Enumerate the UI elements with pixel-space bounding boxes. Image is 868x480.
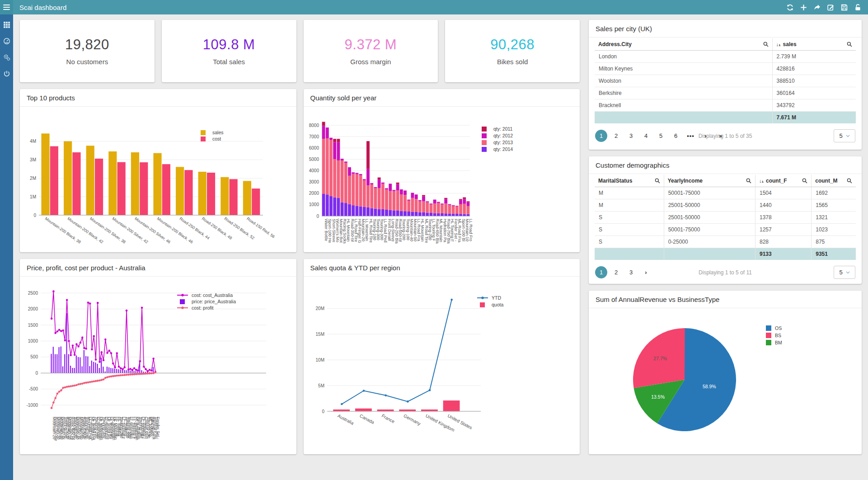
svg-text:Mountain-200 Black, 42: Mountain-200 Black, 42 [66,216,104,244]
panel-quantity-per-year: Quantity sold per year 01000200030004000… [304,89,580,252]
svg-text:qty: 2013: qty: 2013 [493,140,513,145]
app-title: Scai dashboard [19,4,66,11]
table-row[interactable]: London2.739 M [595,51,856,63]
table-row[interactable]: S25001-5000013781321 [595,212,856,224]
column-header[interactable]: ↓₁sales [772,38,856,51]
edit-icon[interactable] [827,4,835,11]
share-icon[interactable] [813,4,821,11]
svg-text:0: 0 [33,213,36,218]
kpi-card: 90,268Bikes sold [445,20,580,82]
column-header[interactable]: count_M [812,175,856,187]
menu-toggle-button[interactable] [0,0,13,14]
svg-text:4000: 4000 [309,168,319,173]
add-icon[interactable] [800,4,807,11]
grid-icon [3,21,10,28]
svg-text:BM: BM [775,340,782,345]
column-header-label: count_M [815,178,837,184]
svg-text:quota: quota [492,302,503,307]
page-button-3[interactable]: 3 [625,266,637,278]
pages-ellipsis[interactable]: ••• [685,130,697,142]
page-button-1[interactable]: 1 [595,266,607,278]
svg-text:4M: 4M [30,139,36,144]
column-header[interactable]: Address.City [595,38,772,51]
column-header[interactable]: MaritalStatus [595,175,664,187]
column-header[interactable]: YearlyIncome [664,175,755,187]
kpi-value: 90,268 [490,37,535,53]
table-row[interactable]: S50001-7500012571023 [595,224,856,236]
sidebar-item-power[interactable] [3,70,10,77]
page-button-5[interactable]: 5 [655,130,667,142]
table-cell: 1321 [812,212,856,224]
lock-icon[interactable] [854,4,862,11]
page-button-2[interactable]: 2 [610,266,622,278]
total-row: 91339351 [595,248,856,260]
search-icon[interactable] [802,178,807,184]
kpi-label: Total sales [213,58,245,66]
table-cell: 50001-75000 [664,224,755,236]
page-button-2[interactable]: 2 [610,130,622,142]
page-size-select[interactable]: 5 [834,266,855,279]
sort-numeric-icon[interactable]: ↓₁ [776,42,781,47]
sidebar-item-dashboard[interactable] [3,38,10,45]
svg-text:qty: 2011: qty: 2011 [493,126,513,132]
table-cell: M [595,187,664,199]
sidebar-item-settings[interactable] [3,54,10,61]
pagination: 123›Displaying 1 to 5 of 115 [589,260,862,279]
table-cell: 0-25000 [664,236,755,248]
sidebar [0,14,13,480]
next-page-button[interactable]: › [699,130,712,142]
table-cell: London [595,51,772,63]
table-cell: Milton Keynes [595,63,772,75]
search-icon[interactable] [847,178,852,184]
page-button-3[interactable]: 3 [625,130,637,142]
last-page-button[interactable]: » [714,130,727,142]
top-products-chart: 01M2M3M4MMountain-200 Black, 38Mountain-… [20,107,296,250]
column-header[interactable]: ↓₁count_F [755,175,811,187]
total-cell [595,248,664,260]
search-icon[interactable] [847,42,852,47]
svg-text:France: France [380,413,395,424]
table-cell: 875 [812,236,856,248]
kpi-card: 109.8 MTotal sales [162,20,296,82]
table-cell: 50001-75000 [664,187,755,199]
charts-column: 19,820No customers109.8 MTotal sales9.37… [20,20,580,480]
svg-text:cost: cost [212,136,221,141]
power-icon [3,70,10,77]
search-icon[interactable] [763,42,769,47]
table-row[interactable]: M25001-5000014401565 [595,199,856,212]
sort-numeric-icon[interactable]: ↓₁ [759,178,764,184]
top-bar: Scai dashboard [0,0,868,14]
sidebar-item-grid[interactable] [3,21,10,28]
svg-text:price: price_Australia: price: price_Australia [192,299,236,304]
svg-text:Mountain-200 Black, 38: Mountain-200 Black, 38 [44,216,82,244]
page-size-select[interactable]: 5 [834,129,855,142]
table-row[interactable]: M50001-7500015041692 [595,187,856,199]
panel-title: Sales quota & YTD per region [304,259,580,277]
table-row[interactable]: S0-25000828875 [595,236,856,248]
svg-text:8000: 8000 [309,123,319,128]
table-row[interactable]: Berkshire360164 [595,87,856,99]
table-cell: 1692 [812,187,856,199]
revenue-pie-chart: 58.9%13.5%27.7%OSBSBM [589,308,862,452]
refresh-icon[interactable] [786,4,794,11]
table-row[interactable]: Woolston388510 [595,75,856,87]
svg-text:cost: cost_Australia: cost: cost_Australia [192,292,233,298]
search-icon[interactable] [655,178,660,184]
table-cell: 388510 [772,75,856,87]
table-cell: 343792 [772,99,856,112]
svg-text:BS: BS [775,333,781,338]
page-button-4[interactable]: 4 [640,130,652,142]
search-icon[interactable] [746,178,751,184]
table-row[interactable]: Milton Keynes428816 [595,63,856,75]
svg-text:1M: 1M [30,194,36,199]
dashboard-icon [3,38,10,45]
next-page-button[interactable]: › [640,266,652,278]
page-button-1[interactable]: 1 [595,130,607,142]
table-row[interactable]: Bracknell343792 [595,99,856,112]
total-cell: 9133 [755,248,811,260]
save-icon[interactable] [840,4,848,11]
pagination: 123456•••›»Displaying 1 to 5 of 355 [589,123,862,142]
page-button-6[interactable]: 6 [670,130,682,142]
kpi-label: No customers [66,58,108,66]
svg-text:27.7%: 27.7% [653,356,667,361]
